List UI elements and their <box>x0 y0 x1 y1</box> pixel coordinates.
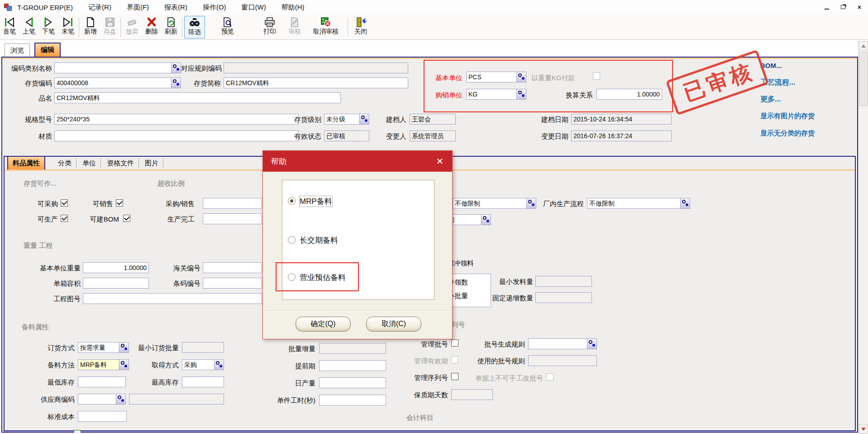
option-long-lead-label[interactable]: 长交期备料 <box>300 235 338 246</box>
lookup-icon[interactable] <box>214 360 224 370</box>
dialog-close-icon[interactable]: ✕ <box>434 155 446 167</box>
print-button[interactable]: 打印 <box>260 16 279 39</box>
tab-edit[interactable]: 编辑 <box>34 43 61 57</box>
lookup-icon[interactable] <box>359 114 369 124</box>
item-short-name-input[interactable]: CR12MOV精料 <box>224 77 408 88</box>
link-show-with-image[interactable]: 显示有图片的存货 <box>760 112 815 121</box>
conversion-input[interactable]: 1.00000 <box>596 89 662 100</box>
max-stock-input[interactable] <box>182 376 224 387</box>
rule-code-input[interactable] <box>224 63 408 73</box>
customs-code-input[interactable] <box>203 262 262 273</box>
no-manual-batch-label: 单据上不可手工改批号 <box>475 373 543 383</box>
vertical-scrollbar[interactable] <box>858 41 868 434</box>
delete-button[interactable]: 删除 <box>142 16 161 39</box>
lookup-icon[interactable] <box>171 63 181 73</box>
first-record-button[interactable]: 首笔 <box>0 16 19 39</box>
menu-app[interactable]: T-GROUP ERP(E) <box>17 4 73 11</box>
restriction-input-1[interactable]: 不做限制 <box>453 198 536 209</box>
cancel-button[interactable]: 取消(C) <box>366 317 421 332</box>
factory-flow-input[interactable]: 不做限制 <box>587 198 690 209</box>
item-level-input[interactable]: 未分级 <box>324 114 369 125</box>
lookup-icon[interactable] <box>516 89 526 99</box>
lookup-icon[interactable] <box>587 339 596 349</box>
box-volume-input[interactable] <box>83 278 149 289</box>
scroll-up-icon[interactable] <box>859 41 868 50</box>
link-show-unclassified[interactable]: 显示无分类的存货 <box>760 129 815 138</box>
tab-qualification-files[interactable]: 资格文件 <box>102 158 139 168</box>
over-purchase-sale-input[interactable] <box>203 198 262 209</box>
menu-window[interactable]: 窗口(W) <box>242 3 266 12</box>
link-more[interactable]: 更多... <box>760 95 781 104</box>
new-button[interactable]: 新增 <box>81 16 100 39</box>
preview-button[interactable]: 预览 <box>218 16 237 39</box>
base-weight-input[interactable]: 1.00000 <box>83 262 149 273</box>
refresh-button[interactable]: 刷新 <box>162 16 181 39</box>
min-stock-input[interactable] <box>78 376 126 387</box>
menu-report[interactable]: 报表(R) <box>164 3 187 12</box>
acquire-mode-input[interactable]: 采购 <box>182 359 224 370</box>
lead-time-input[interactable] <box>319 360 386 371</box>
supplier-code-input[interactable] <box>78 394 126 405</box>
menu-record[interactable]: 记录(R) <box>88 3 111 12</box>
std-cost-input[interactable] <box>78 411 127 422</box>
prep-method-input[interactable]: MRP备料 <box>78 359 129 370</box>
option-mrp-radio[interactable] <box>288 197 296 205</box>
ok-button[interactable]: 确定(Q) <box>296 317 351 332</box>
daily-output-input[interactable] <box>319 377 386 388</box>
trade-unit-input[interactable]: KG <box>466 89 526 100</box>
close-window-button[interactable]: 关闭 <box>351 16 370 39</box>
next-record-button[interactable]: 下笔 <box>39 16 58 39</box>
unit-hours-label: 单件工时(秒) <box>266 395 315 405</box>
cancel-audit-button[interactable]: 取消审核 <box>307 16 345 39</box>
tab-browse[interactable]: 浏览 <box>5 43 30 57</box>
last-record-button[interactable]: 末笔 <box>58 16 77 39</box>
lookup-icon[interactable] <box>516 72 526 82</box>
tab-classification[interactable]: 分类 <box>53 158 76 168</box>
tab-unit[interactable]: 单位 <box>78 158 101 168</box>
coding-category-input[interactable] <box>54 63 181 73</box>
manage-batch-checkbox[interactable] <box>451 339 458 347</box>
menu-help[interactable]: 帮助(H) <box>281 3 305 12</box>
prev-record-button[interactable]: 上笔 <box>19 16 38 39</box>
manage-serial-checkbox[interactable] <box>451 373 458 380</box>
item-name-input[interactable]: CR12MOV精料 <box>54 92 341 103</box>
item-code-input[interactable]: 400400008 <box>54 77 181 88</box>
drawing-no-input[interactable] <box>83 293 262 304</box>
scroll-down-icon[interactable] <box>859 424 868 434</box>
scrollbar-thumb[interactable] <box>859 52 868 106</box>
menu-interface[interactable]: 界面(F) <box>127 3 149 12</box>
filter-button[interactable]: 筛选 <box>184 16 205 39</box>
option-sales-forecast-label[interactable]: 营业预估备料 <box>300 272 346 283</box>
abandon-button: 放弃 <box>123 16 142 39</box>
lookup-icon[interactable] <box>171 78 181 88</box>
option-long-lead-radio[interactable] <box>288 236 296 244</box>
lookup-icon[interactable] <box>119 342 129 352</box>
producible-checkbox[interactable] <box>61 215 68 222</box>
tab-item-attributes[interactable]: 料品属性 <box>7 156 45 169</box>
unit-hours-input[interactable] <box>319 395 386 405</box>
menu-operation[interactable]: 操作(O) <box>203 3 226 12</box>
spec-input[interactable]: 250*240*35 <box>54 114 299 125</box>
title-bar: T-GROUP ERP(E) 记录(R) 界面(F) 报表(R) 操作(O) 窗… <box>0 0 868 14</box>
option-mrp-label[interactable]: MRP备料 <box>300 196 332 207</box>
purchasable-checkbox[interactable] <box>61 199 68 207</box>
material-input[interactable] <box>54 130 299 141</box>
order-mode-input[interactable]: 按需求量 <box>78 342 129 353</box>
option-sales-forecast-radio[interactable] <box>288 273 296 281</box>
restore-icon[interactable] <box>838 2 848 12</box>
sellable-checkbox[interactable] <box>116 199 123 207</box>
lookup-icon[interactable] <box>526 198 536 208</box>
lookup-icon[interactable] <box>481 215 491 225</box>
lookup-icon[interactable] <box>116 394 125 404</box>
close-icon[interactable]: × <box>854 2 864 12</box>
lookup-icon[interactable] <box>119 360 129 370</box>
over-production-input[interactable] <box>203 213 262 224</box>
barcode-input[interactable] <box>203 278 262 289</box>
batch-rule-input[interactable] <box>528 338 597 349</box>
lookup-icon[interactable] <box>680 198 690 208</box>
bomable-checkbox[interactable] <box>123 215 130 222</box>
minimize-icon[interactable] <box>822 2 832 12</box>
tab-image[interactable]: 图片 <box>140 158 163 168</box>
base-unit-input[interactable]: PCS <box>466 72 526 82</box>
dialog-title-bar[interactable]: 帮助 <box>263 151 452 172</box>
